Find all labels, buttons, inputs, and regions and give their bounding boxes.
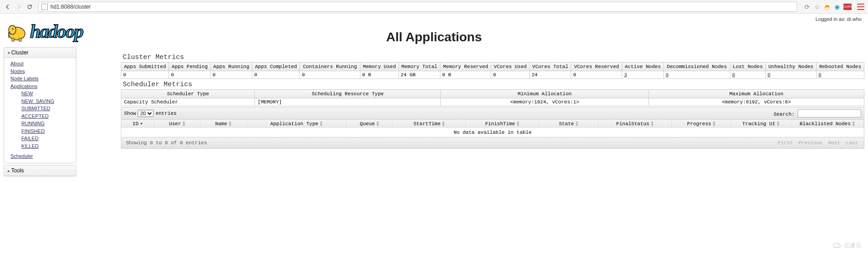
pager-previous[interactable]: Previous [798,140,823,146]
cluster-metrics-title: Cluster Metrics [123,54,864,61]
menu-icon[interactable] [857,4,864,10]
metrics-header: Apps Completed [252,63,300,71]
apps-column-header[interactable]: FinishTime▲▼ [466,120,539,128]
metrics-header: Memory Reserved [440,63,491,71]
metrics-header: VCores Reserved [571,63,622,71]
sched-header: Minimum Allocation [441,90,649,98]
sidebar-item-new-saving[interactable]: NEW_SAVING [21,98,76,105]
pager-last[interactable]: Last [846,140,858,146]
login-info: Logged in as: dr.who [815,16,862,22]
metrics-value: 0 [765,71,816,79]
apps-column-header[interactable]: Tracking UI▲▼ [731,120,791,128]
metrics-link[interactable]: 0 [732,72,735,78]
show-label: Show [124,111,136,116]
metrics-value: 0 [121,71,169,79]
metrics-header: Rebooted Nodes [816,63,864,71]
apps-column-header[interactable]: FinalStatus▲▼ [599,120,672,128]
sort-icon: ▲▼ [853,121,855,126]
extension-icons: ⟳ ☆ ◓ ◉ CORS [803,3,864,10]
browser-toolbar: hd1:8088/cluster ⟳ ☆ ◓ ◉ CORS [0,0,868,14]
sidebar-item-failed[interactable]: FAILED [21,135,76,142]
sched-value: <memory:1024, vCores:1> [441,98,649,106]
search-input[interactable] [798,109,861,117]
sidebar-item-accepted[interactable]: ACCEPTED [21,112,76,120]
sort-icon: ▲▼ [651,121,653,126]
apps-column-header[interactable]: ID▼ [121,120,154,128]
metrics-value: 0 [571,71,622,79]
apps-footer: Showing 0 to 0 of 0 entries First Previo… [121,137,864,149]
sort-icon: ▲▼ [320,121,322,126]
sched-value: <memory:8192, vCores:8> [649,98,864,106]
logo-text: hadoop [30,20,83,42]
metrics-header: Apps Running [210,63,252,71]
metrics-link[interactable]: 3 [624,72,627,78]
sched-value: Capacity Scheduler [121,98,255,106]
apps-column-header[interactable]: Application Type▲▼ [247,120,347,128]
metrics-header: VCores Total [529,63,571,71]
metrics-value: 0 [169,71,210,79]
metrics-value: 0 B [360,71,399,79]
metrics-header: Apps Submitted [121,63,169,71]
sort-icon: ▲▼ [229,121,231,126]
metrics-value: 24 GB [399,71,440,79]
sidebar-item-node-labels[interactable]: Node Labels [10,75,76,83]
metrics-header: Memory Used [360,63,399,71]
sidebar-item-running[interactable]: RUNNING [21,120,76,127]
sort-icon: ▲▼ [576,121,578,126]
reload-button[interactable] [25,3,34,11]
sidebar-item-finished[interactable]: FINISHED [21,127,76,135]
sidebar-item-new[interactable]: NEW [21,90,76,98]
elephant-icon [5,20,28,43]
metrics-value: 0 [816,71,864,79]
sort-icon: ▼ [140,122,143,125]
extension-icon-1[interactable]: ◓ [823,3,831,10]
entries-select[interactable]: 20 [138,110,154,117]
pager-next[interactable]: Next [828,140,840,146]
forward-button[interactable] [15,3,23,11]
url-text: hd1:8088/cluster [50,4,91,10]
sort-icon: ▲▼ [377,121,379,126]
sidebar-item-killed[interactable]: KILLED [21,142,76,150]
hadoop-logo[interactable]: hadoop [4,15,117,47]
back-button[interactable] [4,3,12,11]
metrics-link[interactable]: 0 [818,72,822,78]
metrics-value: 0 [300,71,360,79]
apps-column-header[interactable]: State▲▼ [539,120,599,128]
metrics-link[interactable]: 0 [666,72,669,78]
cluster-metrics-table: Apps SubmittedApps PendingApps RunningAp… [121,62,864,79]
sidebar-item-nodes[interactable]: Nodes [10,68,76,75]
entries-label: entries [155,111,176,116]
sidebar-item-applications[interactable]: Applications [10,83,76,90]
translate-icon[interactable]: ⟳ [803,3,811,10]
star-icon[interactable]: ☆ [813,3,821,10]
metrics-header: Unhealthy Nodes [765,63,816,71]
sched-value: [MEMORY] [255,98,441,106]
apps-column-header[interactable]: User▲▼ [154,120,200,128]
metrics-header: Containers Running [300,63,360,71]
extension-icon-3[interactable]: CORS [843,4,852,10]
apps-column-header[interactable]: Progress▲▼ [672,120,731,128]
sched-header: Scheduling Resource Type [255,90,441,98]
apps-column-header[interactable]: StartTime▲▼ [393,120,466,128]
apps-column-header[interactable]: Name▲▼ [200,120,247,128]
page-title: All Applications [386,30,482,44]
search-label: Search: [773,112,794,117]
apps-column-header[interactable]: Blacklisted Nodes▲▼ [791,120,864,128]
sort-icon: ▲▼ [777,121,779,126]
footer-info: Showing 0 to 0 of 0 entries [126,140,207,146]
sidebar-item-about[interactable]: About [10,60,76,68]
sidebar-cluster-header[interactable]: Cluster [4,48,76,58]
metrics-link[interactable]: 0 [768,72,771,78]
apps-column-header[interactable]: Queue▲▼ [346,120,393,128]
pager-first[interactable]: First [778,140,793,146]
extension-icon-2[interactable]: ◉ [833,3,841,10]
sidebar-tools-section: Tools [4,165,76,176]
page-icon [41,4,48,10]
sidebar-item-scheduler[interactable]: Scheduler [10,152,76,160]
sched-header: Scheduler Type [121,90,255,98]
address-bar[interactable]: hd1:8088/cluster [38,2,797,12]
svg-point-1 [9,25,16,34]
svg-point-2 [12,29,14,30]
sidebar-tools-header[interactable]: Tools [4,166,76,176]
sidebar-item-submitted[interactable]: SUBMITTED [21,105,76,112]
